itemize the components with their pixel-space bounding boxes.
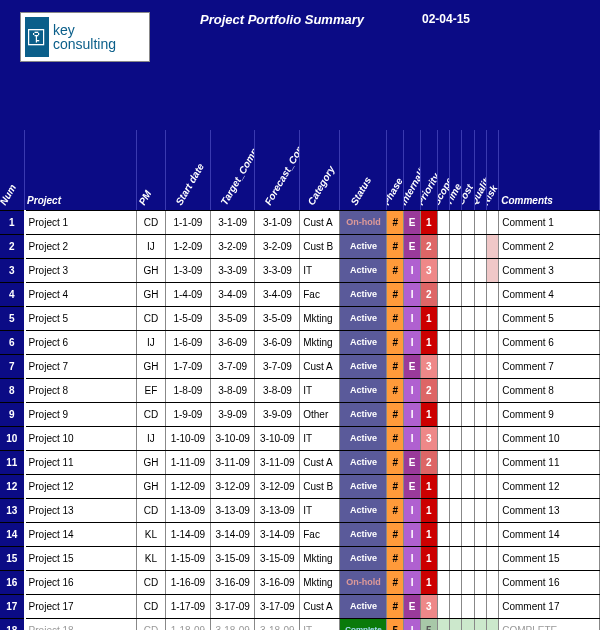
cell-mini xyxy=(450,306,462,330)
cell-mini xyxy=(474,474,486,498)
cell-mini xyxy=(474,570,486,594)
table-row[interactable]: 7Project 7GH1-7-093-7-093-7-09Cust AActi… xyxy=(0,354,600,378)
cell-mini xyxy=(474,426,486,450)
cell-status: On-hold xyxy=(340,570,387,594)
cell-project: Project 3 xyxy=(25,258,137,282)
cell-pm: EF xyxy=(136,378,165,402)
cell-priority: 1 xyxy=(420,402,437,426)
cell-category: Mkting xyxy=(300,306,340,330)
cell-mini xyxy=(462,210,474,234)
table-row[interactable]: 10Project 10IJ1-10-093-10-093-10-09ITAct… xyxy=(0,426,600,450)
table-row[interactable]: 9Project 9CD1-9-093-9-093-9-09OtherActiv… xyxy=(0,402,600,426)
table-row[interactable]: 2Project 2IJ1-2-093-2-093-2-09Cust BActi… xyxy=(0,234,600,258)
cell-mini xyxy=(437,618,449,630)
cell-mini xyxy=(486,522,498,546)
cell-pm: GH xyxy=(136,282,165,306)
cell-forecast: 3-3-09 xyxy=(255,258,300,282)
cell-phase: 5 xyxy=(387,618,404,630)
cell-num: 14 xyxy=(0,522,25,546)
cell-forecast: 3-7-09 xyxy=(255,354,300,378)
cell-comment: Comment 8 xyxy=(499,378,600,402)
cell-num: 2 xyxy=(0,234,25,258)
cell-mini xyxy=(437,474,449,498)
cell-comment: Comment 14 xyxy=(499,522,600,546)
cell-project: Project 18 xyxy=(25,618,137,630)
table-row[interactable]: 5Project 5CD1-5-093-5-093-5-09MktingActi… xyxy=(0,306,600,330)
cell-phase: # xyxy=(387,426,404,450)
cell-start: 1-14-09 xyxy=(166,522,211,546)
col-header: Status xyxy=(340,130,387,210)
cell-pm: IJ xyxy=(136,330,165,354)
cell-category: Cust B xyxy=(300,474,340,498)
cell-mini xyxy=(450,570,462,594)
table-row[interactable]: 4Project 4GH1-4-093-4-093-4-09FacActive#… xyxy=(0,282,600,306)
cell-ie: I xyxy=(404,522,421,546)
table-row[interactable]: 13Project 13CD1-13-093-13-093-13-09ITAct… xyxy=(0,498,600,522)
cell-priority: 2 xyxy=(420,450,437,474)
cell-phase: # xyxy=(387,354,404,378)
cell-comment: Comment 16 xyxy=(499,570,600,594)
cell-ie: E xyxy=(404,594,421,618)
cell-phase: # xyxy=(387,330,404,354)
cell-pm: GH xyxy=(136,474,165,498)
cell-start: 1-7-09 xyxy=(166,354,211,378)
cell-forecast: 3-16-09 xyxy=(255,570,300,594)
cell-ie: I xyxy=(404,498,421,522)
cell-num: 5 xyxy=(0,306,25,330)
cell-pm: CD xyxy=(136,498,165,522)
cell-forecast: 3-9-09 xyxy=(255,402,300,426)
cell-mini xyxy=(474,330,486,354)
cell-mini xyxy=(486,354,498,378)
table-row[interactable]: 1Project 1CD1-1-093-1-093-1-09Cust AOn-h… xyxy=(0,210,600,234)
cell-target: 3-17-09 xyxy=(210,594,255,618)
cell-num: 10 xyxy=(0,426,25,450)
table-row[interactable]: 11Project 11GH1-11-093-11-093-11-09Cust … xyxy=(0,450,600,474)
cell-num: 13 xyxy=(0,498,25,522)
cell-forecast: 3-12-09 xyxy=(255,474,300,498)
cell-mini xyxy=(437,426,449,450)
key-icon xyxy=(25,17,49,57)
cell-mini xyxy=(450,354,462,378)
table-row[interactable]: 14Project 14KL1-14-093-14-093-14-09FacAc… xyxy=(0,522,600,546)
cell-status: Active xyxy=(340,594,387,618)
cell-num: 6 xyxy=(0,330,25,354)
cell-status: Active xyxy=(340,546,387,570)
cell-mini xyxy=(437,402,449,426)
cell-project: Project 8 xyxy=(25,378,137,402)
cell-target: 3-16-09 xyxy=(210,570,255,594)
table-row[interactable]: 16Project 16CD1-16-093-16-093-16-09Mktin… xyxy=(0,570,600,594)
cell-forecast: 3-2-09 xyxy=(255,234,300,258)
table-row[interactable]: 8Project 8EF1-8-093-8-093-8-09ITActive#I… xyxy=(0,378,600,402)
cell-forecast: 3-17-09 xyxy=(255,594,300,618)
table-row[interactable]: 3Project 3GH1-3-093-3-093-3-09ITActive#I… xyxy=(0,258,600,282)
cell-target: 3-8-09 xyxy=(210,378,255,402)
logo-text: key consulting xyxy=(53,23,116,51)
cell-comment: Comment 4 xyxy=(499,282,600,306)
col-header: Start date xyxy=(166,130,211,210)
cell-mini xyxy=(437,330,449,354)
cell-start: 1-10-09 xyxy=(166,426,211,450)
cell-start: 1-3-09 xyxy=(166,258,211,282)
cell-start: 1-1-09 xyxy=(166,210,211,234)
cell-mini xyxy=(486,258,498,282)
table-row[interactable]: 6Project 6IJ1-6-093-6-093-6-09MktingActi… xyxy=(0,330,600,354)
page-title: Project Portfolio Summary xyxy=(200,12,364,27)
cell-mini xyxy=(450,234,462,258)
table-row[interactable]: 15Project 15KL1-15-093-15-093-15-09Mktin… xyxy=(0,546,600,570)
cell-start: 1-18-09 xyxy=(166,618,211,630)
cell-mini xyxy=(450,450,462,474)
cell-num: 8 xyxy=(0,378,25,402)
cell-comment: Comment 17 xyxy=(499,594,600,618)
cell-pm: CD xyxy=(136,594,165,618)
table-row[interactable]: 17Project 17CD1-17-093-17-093-17-09Cust … xyxy=(0,594,600,618)
cell-target: 3-15-09 xyxy=(210,546,255,570)
header-bar: key consulting Project Portfolio Summary… xyxy=(0,0,600,130)
cell-status: Active xyxy=(340,522,387,546)
cell-project: Project 12 xyxy=(25,474,137,498)
table-row[interactable]: 12Project 12GH1-12-093-12-093-12-09Cust … xyxy=(0,474,600,498)
cell-mini xyxy=(462,330,474,354)
table-row[interactable]: 18Project 18CD1-18-093-18-093-18-09ITCom… xyxy=(0,618,600,630)
cell-priority: 1 xyxy=(420,330,437,354)
cell-mini xyxy=(474,594,486,618)
cell-mini xyxy=(437,354,449,378)
